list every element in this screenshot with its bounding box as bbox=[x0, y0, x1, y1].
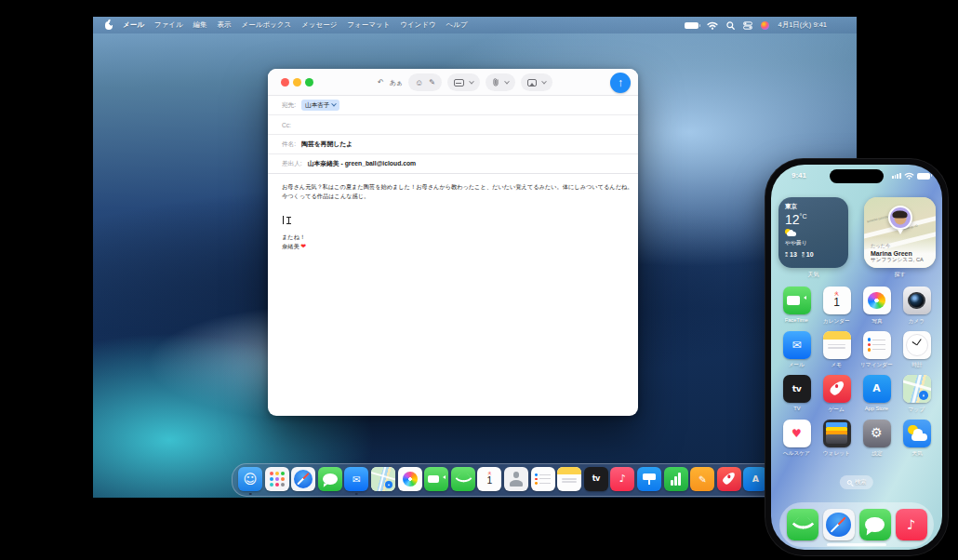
iphone-app-clock[interactable]: 時計 bbox=[897, 331, 937, 376]
dock-icon-finder[interactable]: ☺ bbox=[238, 466, 262, 494]
findmy-location: サンフランシスコ, CA bbox=[871, 257, 932, 264]
format-button[interactable]: あぁ bbox=[390, 78, 403, 87]
app-label: メール bbox=[789, 361, 805, 369]
clock-app-icon bbox=[903, 331, 931, 359]
iphone-app-games[interactable]: ゲーム bbox=[817, 375, 857, 420]
dock-icon-music[interactable]: ♪ bbox=[610, 466, 634, 494]
iphone-app-settings[interactable]: ⚙設定 bbox=[857, 420, 897, 464]
dock-icon-pages[interactable]: ✎ bbox=[690, 466, 714, 494]
dock-icon-launchpad[interactable] bbox=[265, 466, 289, 494]
iphone-app-tv[interactable]: tvTV bbox=[777, 375, 817, 420]
iphone-app-maps[interactable]: マップ bbox=[897, 375, 937, 420]
iphone-app-reminders[interactable]: リマインダー bbox=[857, 331, 897, 376]
cc-field[interactable]: Cc: bbox=[268, 115, 638, 135]
wifi-icon[interactable] bbox=[707, 21, 718, 30]
menu-item[interactable]: 表示 bbox=[218, 20, 232, 30]
menu-item[interactable]: メッセージ bbox=[301, 20, 337, 30]
safari-app-icon bbox=[823, 509, 855, 540]
zoom-button[interactable] bbox=[305, 78, 313, 87]
high-label: 最高 bbox=[785, 251, 789, 257]
recipient-token[interactable]: 山本杏子 bbox=[301, 100, 339, 111]
app-label: App Store bbox=[865, 406, 888, 411]
dock-icon-photos[interactable] bbox=[398, 466, 422, 494]
iphone-app-weather[interactable]: 天気 bbox=[897, 420, 937, 464]
iphone-app-camera[interactable]: カメラ bbox=[897, 287, 937, 331]
insert-photo-button[interactable] bbox=[521, 73, 552, 91]
body-line: お母さん元気？私はこの夏また陶芸を始めました！お母さんから教わったこと、だいたい… bbox=[282, 182, 633, 191]
menu-item[interactable]: メール bbox=[123, 20, 144, 30]
iphone-dock-safari[interactable] bbox=[823, 509, 855, 540]
dock-icon-numbers[interactable] bbox=[664, 466, 688, 494]
close-button[interactable] bbox=[281, 78, 289, 87]
menu-item[interactable]: ファイル bbox=[154, 20, 183, 30]
maps-app-icon bbox=[903, 375, 931, 403]
attach-button[interactable] bbox=[486, 73, 515, 91]
menu-item[interactable]: 編集 bbox=[193, 20, 207, 30]
wifi-icon bbox=[904, 172, 914, 180]
search-label: 検索 bbox=[855, 478, 866, 487]
high-value: 13 bbox=[790, 251, 797, 258]
dock-icon-notes[interactable] bbox=[557, 466, 581, 494]
iphone-dock-messages[interactable] bbox=[859, 509, 891, 540]
iphone-app-notes[interactable]: メモ bbox=[817, 331, 857, 376]
findmy-widget[interactable]: MARINA GREEN DR MARINA BLVD たった今 Marina … bbox=[864, 197, 936, 268]
app-label: 天気 bbox=[911, 449, 922, 458]
emoji-button[interactable]: ☺ bbox=[415, 78, 423, 87]
home-search-pill[interactable]: 検索 bbox=[840, 475, 873, 489]
dock-icon-mail[interactable]: ✉ bbox=[344, 466, 368, 494]
iphone-app-wallet[interactable]: ウォレット bbox=[817, 420, 857, 464]
games-app-icon bbox=[717, 467, 741, 491]
battery-icon[interactable] bbox=[685, 22, 699, 29]
iphone-app-facetime[interactable]: FaceTime bbox=[777, 287, 817, 331]
apple-menu-icon[interactable] bbox=[105, 21, 113, 30]
iphone-dock-phone[interactable] bbox=[787, 509, 818, 540]
iphone-app-calendar[interactable]: 火1カレンダー bbox=[817, 287, 857, 331]
send-button[interactable]: ↑ bbox=[610, 73, 631, 93]
dock-icon-calendar[interactable]: 火1 bbox=[477, 466, 501, 494]
iphone-app-appstore[interactable]: AApp Store bbox=[857, 375, 897, 420]
menu-item[interactable]: ウインドウ bbox=[400, 20, 435, 30]
mail-toolbar: ↶ あぁ ☺ ✎ bbox=[378, 73, 552, 92]
weather-widget[interactable]: 東京 12°C やや曇り 最高13 最低10 bbox=[778, 197, 848, 268]
dock-icon-reminders[interactable] bbox=[531, 466, 555, 494]
menu-item[interactable]: フォーマット bbox=[347, 20, 390, 30]
control-center-icon[interactable] bbox=[743, 21, 752, 30]
home-indicator[interactable] bbox=[827, 543, 886, 546]
pages-app-icon: ✎ bbox=[690, 467, 714, 491]
from-field[interactable]: 差出人: 山本奈緒美 - green_ball@icloud.com bbox=[268, 154, 638, 174]
launchpad-app-icon bbox=[265, 467, 289, 491]
dock-icon-contacts[interactable] bbox=[504, 466, 528, 494]
emoji-writing-group: ☺ ✎ bbox=[408, 73, 442, 91]
message-body[interactable]: お母さん元気？私はこの夏また陶芸を始めました！お母さんから教わったこと、だいたい… bbox=[282, 177, 627, 410]
to-label: 宛先: bbox=[282, 101, 296, 110]
menu-item[interactable]: ヘルプ bbox=[446, 20, 468, 30]
iphone-status-icons bbox=[892, 172, 930, 180]
spotlight-search-icon[interactable] bbox=[726, 21, 735, 30]
dock-icon-facetime[interactable] bbox=[424, 466, 448, 494]
menu-item[interactable]: メールボックス bbox=[242, 20, 292, 30]
iphone-app-photos[interactable]: 写真 bbox=[857, 287, 897, 331]
iphone-app-mail[interactable]: ✉メール bbox=[777, 331, 817, 376]
to-field[interactable]: 宛先: 山本杏子 bbox=[268, 96, 638, 115]
header-fields-button[interactable] bbox=[447, 73, 480, 91]
dock-icon-safari[interactable] bbox=[291, 466, 315, 494]
chevron-down-icon bbox=[469, 78, 474, 84]
undo-button[interactable]: ↶ bbox=[378, 78, 384, 87]
dock-icon-messages[interactable] bbox=[318, 466, 342, 494]
reminders-app-icon bbox=[863, 331, 891, 359]
menu-bar-clock[interactable]: 4月1日(火) 9:41 bbox=[778, 20, 827, 30]
minimize-button[interactable] bbox=[293, 78, 301, 87]
dock-icon-tv[interactable]: tv bbox=[584, 466, 608, 494]
dock-icon-games[interactable] bbox=[717, 466, 741, 494]
subject-field[interactable]: 件名: 陶芸を再開したよ bbox=[268, 135, 638, 154]
dock-icon-keynote[interactable] bbox=[637, 466, 661, 494]
iphone-dock-music[interactable]: ♪ bbox=[896, 509, 927, 540]
mail-app-icon: ✉ bbox=[783, 331, 811, 359]
dock-icon-phone[interactable] bbox=[451, 466, 475, 494]
window-titlebar[interactable]: ↶ あぁ ☺ ✎ bbox=[268, 69, 638, 96]
writing-tools-button[interactable]: ✎ bbox=[429, 78, 435, 87]
cc-label: Cc: bbox=[282, 122, 291, 128]
iphone-app-health[interactable]: ♥ヘルスケア bbox=[777, 420, 817, 464]
apple-account-icon[interactable] bbox=[761, 21, 769, 30]
dock-icon-maps[interactable] bbox=[371, 466, 395, 494]
